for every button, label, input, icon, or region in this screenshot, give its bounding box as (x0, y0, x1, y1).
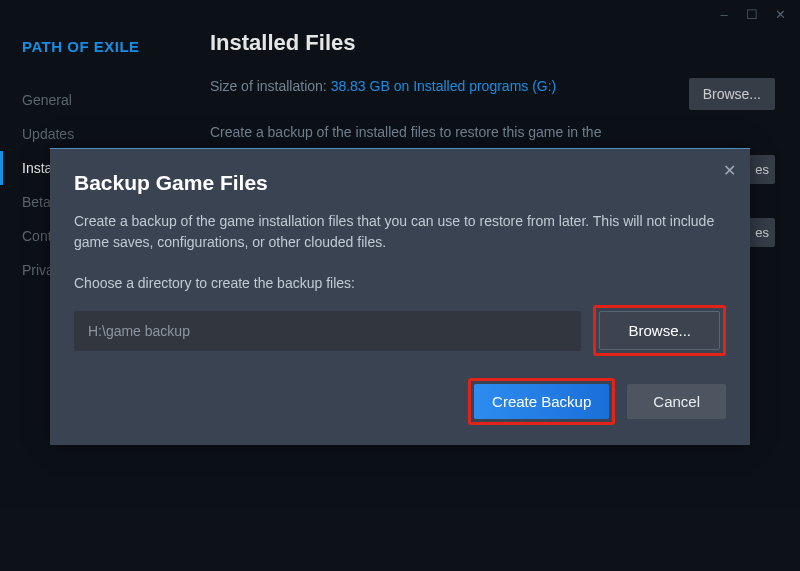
highlight-browse: Browse... (593, 305, 726, 356)
modal-overlay: ✕ Backup Game Files Create a backup of t… (0, 0, 800, 571)
close-icon[interactable]: ✕ (723, 161, 736, 180)
modal-description: Create a backup of the game installation… (74, 211, 726, 253)
directory-input-row: Browse... (74, 305, 726, 356)
browse-button[interactable]: Browse... (599, 311, 720, 350)
highlight-create: Create Backup (468, 378, 615, 425)
choose-directory-label: Choose a directory to create the backup … (74, 275, 726, 291)
create-backup-button[interactable]: Create Backup (474, 384, 609, 419)
modal-actions: Create Backup Cancel (74, 378, 726, 425)
modal-title: Backup Game Files (74, 171, 726, 195)
cancel-button[interactable]: Cancel (627, 384, 726, 419)
backup-modal: ✕ Backup Game Files Create a backup of t… (50, 148, 750, 445)
backup-path-input[interactable] (74, 311, 581, 351)
